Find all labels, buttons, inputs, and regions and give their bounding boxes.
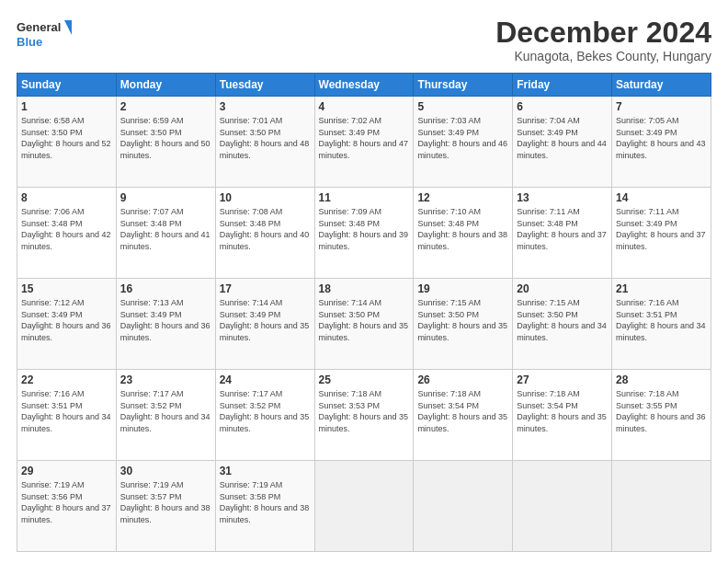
col-sunday: Sunday xyxy=(17,74,117,97)
calendar-week-2: 8 Sunrise: 7:06 AMSunset: 3:48 PMDayligh… xyxy=(17,188,711,279)
col-tuesday: Tuesday xyxy=(215,74,314,97)
day-number: 26 xyxy=(417,373,508,386)
day-number: 8 xyxy=(21,191,112,204)
day-info: Sunrise: 7:15 AMSunset: 3:50 PMDaylight:… xyxy=(517,298,607,342)
table-row: 5 Sunrise: 7:03 AMSunset: 3:49 PMDayligh… xyxy=(414,97,513,188)
table-row: 12 Sunrise: 7:10 AMSunset: 3:48 PMDaylig… xyxy=(414,188,513,279)
day-info: Sunrise: 7:02 AMSunset: 3:49 PMDaylight:… xyxy=(319,116,409,160)
table-row: 18 Sunrise: 7:14 AMSunset: 3:50 PMDaylig… xyxy=(314,279,414,370)
page: General Blue December 2024 Kunagota, Bek… xyxy=(0,0,728,563)
table-row xyxy=(314,461,414,552)
table-row: 20 Sunrise: 7:15 AMSunset: 3:50 PMDaylig… xyxy=(513,279,612,370)
title-block: December 2024 Kunagota, Bekes County, Hu… xyxy=(495,17,711,63)
table-row: 11 Sunrise: 7:09 AMSunset: 3:48 PMDaylig… xyxy=(314,188,414,279)
day-number: 15 xyxy=(21,282,112,295)
svg-text:General: General xyxy=(17,20,61,34)
day-number: 9 xyxy=(120,191,211,204)
table-row: 1 Sunrise: 6:58 AMSunset: 3:50 PMDayligh… xyxy=(17,97,117,188)
table-row: 25 Sunrise: 7:18 AMSunset: 3:53 PMDaylig… xyxy=(314,370,414,461)
table-row: 9 Sunrise: 7:07 AMSunset: 3:48 PMDayligh… xyxy=(116,188,215,279)
day-info: Sunrise: 7:12 AMSunset: 3:49 PMDaylight:… xyxy=(21,298,111,342)
day-info: Sunrise: 7:15 AMSunset: 3:50 PMDaylight:… xyxy=(417,298,507,342)
day-info: Sunrise: 7:06 AMSunset: 3:48 PMDaylight:… xyxy=(21,207,111,251)
day-number: 27 xyxy=(517,373,608,386)
day-number: 14 xyxy=(616,191,707,204)
day-number: 22 xyxy=(21,373,112,386)
col-monday: Monday xyxy=(116,74,215,97)
day-info: Sunrise: 6:58 AMSunset: 3:50 PMDaylight:… xyxy=(21,116,111,160)
day-info: Sunrise: 7:03 AMSunset: 3:49 PMDaylight:… xyxy=(417,116,507,160)
col-friday: Friday xyxy=(513,74,612,97)
table-row: 19 Sunrise: 7:15 AMSunset: 3:50 PMDaylig… xyxy=(414,279,513,370)
table-row: 29 Sunrise: 7:19 AMSunset: 3:56 PMDaylig… xyxy=(17,461,117,552)
table-row: 22 Sunrise: 7:16 AMSunset: 3:51 PMDaylig… xyxy=(17,370,117,461)
table-row: 24 Sunrise: 7:17 AMSunset: 3:52 PMDaylig… xyxy=(215,370,314,461)
table-row: 7 Sunrise: 7:05 AMSunset: 3:49 PMDayligh… xyxy=(612,97,711,188)
day-info: Sunrise: 7:18 AMSunset: 3:54 PMDaylight:… xyxy=(417,389,507,433)
calendar-week-4: 22 Sunrise: 7:16 AMSunset: 3:51 PMDaylig… xyxy=(17,370,711,461)
day-info: Sunrise: 7:04 AMSunset: 3:49 PMDaylight:… xyxy=(517,116,607,160)
table-row: 26 Sunrise: 7:18 AMSunset: 3:54 PMDaylig… xyxy=(414,370,513,461)
day-info: Sunrise: 7:13 AMSunset: 3:49 PMDaylight:… xyxy=(120,298,210,342)
day-info: Sunrise: 7:01 AMSunset: 3:50 PMDaylight:… xyxy=(220,116,310,160)
day-info: Sunrise: 7:18 AMSunset: 3:53 PMDaylight:… xyxy=(319,389,409,433)
day-info: Sunrise: 7:16 AMSunset: 3:51 PMDaylight:… xyxy=(616,298,706,342)
day-number: 11 xyxy=(319,191,410,204)
main-title: December 2024 xyxy=(495,17,711,49)
day-number: 7 xyxy=(616,100,707,113)
day-number: 25 xyxy=(319,373,410,386)
day-info: Sunrise: 7:11 AMSunset: 3:49 PMDaylight:… xyxy=(616,207,706,251)
table-row: 3 Sunrise: 7:01 AMSunset: 3:50 PMDayligh… xyxy=(215,97,314,188)
day-number: 2 xyxy=(120,100,211,113)
col-thursday: Thursday xyxy=(414,74,513,97)
table-row: 8 Sunrise: 7:06 AMSunset: 3:48 PMDayligh… xyxy=(17,188,117,279)
subtitle: Kunagota, Bekes County, Hungary xyxy=(495,49,711,63)
calendar-week-3: 15 Sunrise: 7:12 AMSunset: 3:49 PMDaylig… xyxy=(17,279,711,370)
calendar-header-row: Sunday Monday Tuesday Wednesday Thursday… xyxy=(17,74,711,97)
day-info: Sunrise: 7:10 AMSunset: 3:48 PMDaylight:… xyxy=(417,207,507,251)
table-row: 28 Sunrise: 7:18 AMSunset: 3:55 PMDaylig… xyxy=(612,370,711,461)
day-info: Sunrise: 7:17 AMSunset: 3:52 PMDaylight:… xyxy=(120,389,210,433)
day-number: 21 xyxy=(616,282,707,295)
day-number: 18 xyxy=(319,282,410,295)
day-info: Sunrise: 7:19 AMSunset: 3:57 PMDaylight:… xyxy=(120,480,210,524)
table-row: 15 Sunrise: 7:12 AMSunset: 3:49 PMDaylig… xyxy=(17,279,117,370)
col-saturday: Saturday xyxy=(612,74,711,97)
day-info: Sunrise: 7:08 AMSunset: 3:48 PMDaylight:… xyxy=(220,207,310,251)
day-number: 10 xyxy=(220,191,311,204)
day-info: Sunrise: 7:18 AMSunset: 3:55 PMDaylight:… xyxy=(616,389,706,433)
day-number: 30 xyxy=(120,465,211,477)
svg-marker-2 xyxy=(64,20,72,35)
day-number: 5 xyxy=(417,100,508,113)
day-info: Sunrise: 7:14 AMSunset: 3:49 PMDaylight:… xyxy=(220,298,310,342)
day-info: Sunrise: 6:59 AMSunset: 3:50 PMDaylight:… xyxy=(120,116,210,160)
day-number: 20 xyxy=(517,282,608,295)
table-row: 31 Sunrise: 7:19 AMSunset: 3:58 PMDaylig… xyxy=(215,461,314,552)
day-number: 24 xyxy=(220,373,311,386)
svg-text:Blue: Blue xyxy=(17,35,42,49)
day-number: 31 xyxy=(220,465,311,477)
day-number: 3 xyxy=(220,100,311,113)
day-number: 16 xyxy=(120,282,211,295)
table-row: 13 Sunrise: 7:11 AMSunset: 3:48 PMDaylig… xyxy=(513,188,612,279)
day-number: 13 xyxy=(517,191,608,204)
day-number: 28 xyxy=(616,373,707,386)
day-info: Sunrise: 7:11 AMSunset: 3:48 PMDaylight:… xyxy=(517,207,607,251)
logo-svg: General Blue xyxy=(17,17,72,50)
day-number: 12 xyxy=(417,191,508,204)
table-row: 6 Sunrise: 7:04 AMSunset: 3:49 PMDayligh… xyxy=(513,97,612,188)
table-row: 21 Sunrise: 7:16 AMSunset: 3:51 PMDaylig… xyxy=(612,279,711,370)
table-row xyxy=(612,461,711,552)
day-info: Sunrise: 7:19 AMSunset: 3:58 PMDaylight:… xyxy=(220,480,310,524)
table-row: 2 Sunrise: 6:59 AMSunset: 3:50 PMDayligh… xyxy=(116,97,215,188)
day-number: 17 xyxy=(220,282,311,295)
calendar-week-5: 29 Sunrise: 7:19 AMSunset: 3:56 PMDaylig… xyxy=(17,461,711,552)
day-number: 23 xyxy=(120,373,211,386)
table-row: 10 Sunrise: 7:08 AMSunset: 3:48 PMDaylig… xyxy=(215,188,314,279)
day-number: 4 xyxy=(319,100,410,113)
calendar-week-1: 1 Sunrise: 6:58 AMSunset: 3:50 PMDayligh… xyxy=(17,97,711,188)
day-info: Sunrise: 7:16 AMSunset: 3:51 PMDaylight:… xyxy=(21,389,111,433)
day-info: Sunrise: 7:14 AMSunset: 3:50 PMDaylight:… xyxy=(319,298,409,342)
day-number: 6 xyxy=(517,100,608,113)
day-info: Sunrise: 7:19 AMSunset: 3:56 PMDaylight:… xyxy=(21,480,111,524)
